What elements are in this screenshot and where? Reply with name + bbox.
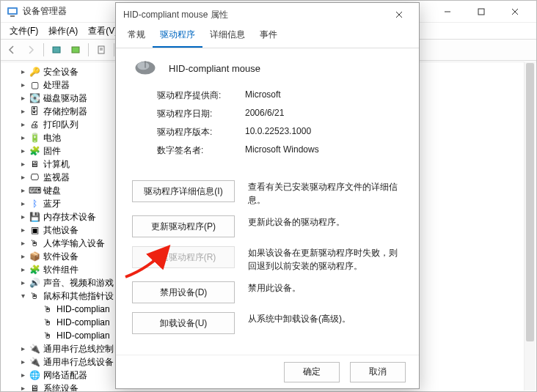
tree-node-label: 监视器 — [43, 171, 70, 184]
menu-action[interactable]: 操作(A) — [44, 23, 82, 39]
minimize-button[interactable] — [432, 1, 463, 22]
tab-details[interactable]: 详细信息 — [202, 24, 252, 48]
tree-node-icon: 🧩 — [29, 264, 40, 275]
tree-node-icon: 📦 — [29, 251, 40, 262]
tab-events[interactable]: 事件 — [252, 24, 285, 48]
driver-details-button[interactable]: 驱动程序详细信息(I) — [132, 180, 235, 202]
tree-node-label: 通用串行总线控制 — [43, 342, 114, 355]
tree-node-label: 通用串行总线设备 — [43, 355, 114, 369]
properties-dialog: HID-compliant mouse 属性 常规 驱动程序 详细信息 事件 H… — [115, 2, 420, 389]
tree-node-icon: ⌨ — [29, 185, 40, 196]
tb-action2[interactable] — [67, 42, 84, 58]
svg-point-17 — [137, 62, 149, 70]
tree-node-icon: 🗄 — [29, 106, 40, 117]
tree-node-label: HID-complian — [56, 303, 110, 316]
tree-twisty[interactable]: ▸ — [18, 358, 27, 366]
tree-twisty[interactable]: ▸ — [18, 133, 27, 142]
tree-twisty[interactable]: ▸ — [18, 199, 27, 208]
tree-node-icon: 🔌 — [29, 356, 40, 368]
scrollbar-thumb[interactable] — [526, 63, 534, 341]
tree-twisty[interactable]: ▸ — [18, 160, 27, 169]
menu-file[interactable]: 文件(F) — [5, 23, 43, 39]
provider-label: 驱动程序提供商: — [157, 89, 245, 102]
tree-twisty[interactable]: ▸ — [18, 384, 27, 391]
tree-twisty[interactable]: ▸ — [18, 226, 27, 234]
tree-node-label: 电池 — [43, 131, 61, 144]
tb-action1[interactable] — [48, 42, 65, 58]
tb-properties[interactable] — [93, 42, 109, 58]
tree-node-label: 网络适配器 — [43, 369, 87, 382]
tree-node-icon: 💾 — [29, 211, 40, 223]
tree-twisty[interactable]: ▸ — [18, 107, 27, 116]
svg-rect-8 — [72, 47, 79, 53]
tree-twisty[interactable]: ▸ — [18, 120, 27, 129]
disable-device-desc: 禁用此设备。 — [248, 281, 403, 295]
tree-twisty[interactable]: ▸ — [18, 239, 27, 248]
tree-twisty[interactable]: ▾ — [18, 292, 27, 300]
update-driver-button[interactable]: 更新驱动程序(P) — [132, 215, 235, 237]
tree-node-icon: 🌐 — [29, 369, 40, 381]
tb-back[interactable] — [4, 42, 20, 58]
tree-node-label: 键盘 — [43, 184, 61, 197]
tree-node-icon: 🖱 — [29, 290, 40, 302]
date-value: 2006/6/21 — [245, 108, 403, 118]
tree-twisty[interactable] — [32, 318, 40, 327]
tree-twisty[interactable] — [32, 331, 40, 340]
tree-node-label: 磁盘驱动器 — [43, 92, 87, 105]
tree-node-icon: 🖱 — [42, 303, 54, 315]
rollback-driver-button: 回退驱动程序(R) — [132, 246, 235, 268]
maximize-button[interactable] — [466, 1, 497, 22]
tree-twisty[interactable]: ▸ — [18, 344, 27, 353]
svg-rect-2 — [10, 15, 15, 17]
provider-value: Microsoft — [245, 89, 403, 100]
uninstall-device-button[interactable]: 卸载设备(U) — [132, 312, 235, 334]
tree-twisty[interactable]: ▸ — [18, 186, 27, 195]
tree-twisty[interactable]: ▸ — [18, 81, 27, 89]
ok-button[interactable]: 确定 — [284, 362, 340, 382]
tree-node-icon: 🔑 — [29, 66, 40, 78]
dlg-titlebar: HID-compliant mouse 属性 — [116, 3, 419, 26]
rollback-driver-desc: 如果该设备在更新驱动程序时失败，则回退到以前安装的驱动程序。 — [248, 246, 403, 273]
tree-node-icon: 🔌 — [29, 343, 40, 355]
disable-device-button[interactable]: 禁用设备(D) — [132, 281, 235, 303]
signer-value: Microsoft Windows — [245, 144, 403, 155]
tree-twisty[interactable]: ▸ — [18, 67, 27, 76]
tree-twisty[interactable]: ▸ — [18, 265, 27, 274]
tree-twisty[interactable]: ▸ — [18, 94, 27, 103]
tree-node-label: HID-complian — [56, 316, 110, 329]
tree-node-label: 安全设备 — [43, 65, 78, 78]
tree-twisty[interactable]: ▸ — [18, 147, 27, 155]
tb-forward[interactable] — [23, 42, 39, 58]
tree-twisty[interactable]: ▸ — [18, 173, 27, 182]
tree-node-label: 计算机 — [43, 158, 70, 171]
tree-node-label: 蓝牙 — [43, 197, 61, 210]
tree-node-icon: 🖱 — [29, 237, 40, 249]
dlg-title-text: HID-compliant mouse 属性 — [123, 9, 387, 21]
svg-rect-7 — [53, 47, 60, 53]
tab-driver[interactable]: 驱动程序 — [153, 24, 202, 48]
tree-node-label: 存储控制器 — [43, 105, 87, 118]
tree-node-icon: ▢ — [29, 79, 40, 91]
tree-node-icon: 🖱 — [42, 317, 54, 328]
tree-twisty[interactable]: ▸ — [18, 212, 27, 221]
tree-node-icon: 🖨 — [29, 119, 40, 130]
tree-twisty[interactable] — [32, 305, 40, 314]
tree-twisty[interactable]: ▸ — [18, 371, 27, 380]
device-name: HID-compliant mouse — [169, 63, 260, 74]
vertical-scrollbar[interactable] — [524, 62, 536, 391]
uninstall-device-desc: 从系统中卸载设备(高级)。 — [248, 312, 403, 325]
tab-general[interactable]: 常规 — [120, 24, 153, 48]
tree-node-icon: 🔊 — [29, 277, 40, 289]
tree-twisty[interactable]: ▸ — [18, 252, 27, 261]
mouse-icon — [132, 59, 158, 78]
tree-node-icon: ▣ — [29, 224, 40, 236]
svg-rect-1 — [9, 9, 16, 13]
close-button[interactable] — [500, 1, 530, 22]
update-driver-desc: 更新此设备的驱动程序。 — [248, 215, 403, 229]
cancel-button[interactable]: 取消 — [350, 362, 406, 382]
tree-node-icon: 🖱 — [42, 330, 54, 341]
date-label: 驱动程序日期: — [157, 108, 245, 120]
dlg-close-button[interactable] — [387, 4, 412, 25]
tree-twisty[interactable]: ▸ — [18, 278, 27, 287]
tree-node-icon: 🖥 — [29, 382, 40, 391]
